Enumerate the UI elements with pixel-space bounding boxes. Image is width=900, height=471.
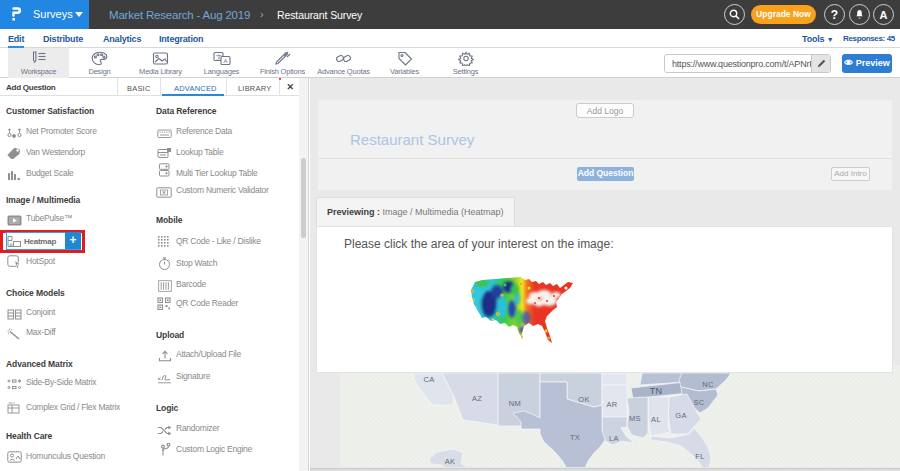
svg-text:A: A xyxy=(223,58,227,64)
svg-text:AR: AR xyxy=(606,400,617,409)
svg-text:012: 012 xyxy=(9,401,15,405)
svg-text:AK: AK xyxy=(445,457,456,466)
svg-text:OK: OK xyxy=(578,395,589,404)
svg-text:NM: NM xyxy=(509,399,521,408)
svg-text:FL: FL xyxy=(695,452,704,461)
svg-text:AL: AL xyxy=(651,415,661,424)
svg-text:LA: LA xyxy=(609,434,619,443)
svg-text:CA: CA xyxy=(423,375,434,384)
svg-text:TX: TX xyxy=(570,433,580,442)
svg-text:AZ: AZ xyxy=(472,394,482,403)
svg-text:NC: NC xyxy=(702,380,714,389)
svg-text:GA: GA xyxy=(675,411,686,420)
svg-text:MS: MS xyxy=(629,414,641,423)
svg-text:SC: SC xyxy=(693,398,704,407)
svg-text:文: 文 xyxy=(216,53,222,60)
svg-text:TN: TN xyxy=(650,386,663,396)
